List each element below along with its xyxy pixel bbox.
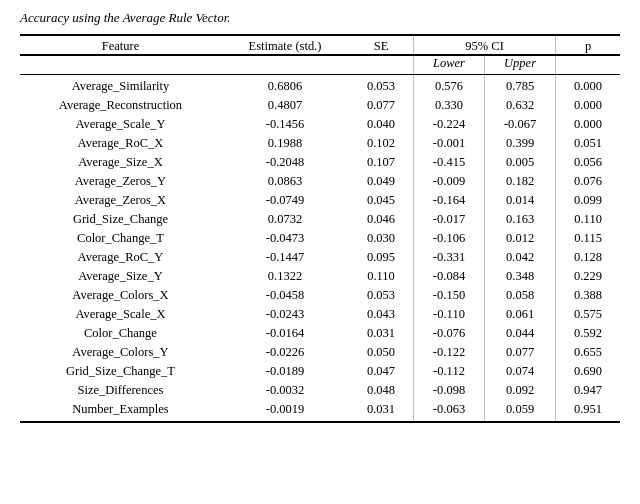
cell-upper: 0.074 [485, 362, 556, 381]
col-subheader-se-blank [349, 55, 413, 75]
cell-upper: 0.005 [485, 153, 556, 172]
cell-se: 0.048 [349, 381, 413, 400]
table-row: Grid_Size_Change0.07320.046-0.0170.1630.… [20, 210, 620, 229]
cell-se: 0.077 [349, 96, 413, 115]
cell-p: 0.592 [556, 324, 620, 343]
cell-lower: -0.331 [413, 248, 484, 267]
cell-feature: Average_RoC_Y [20, 248, 221, 267]
cell-upper: 0.182 [485, 172, 556, 191]
cell-se: 0.047 [349, 362, 413, 381]
table-row: Average_RoC_X0.19880.102-0.0010.3990.051 [20, 134, 620, 153]
cell-estimate: -0.0032 [221, 381, 349, 400]
cell-upper: 0.014 [485, 191, 556, 210]
cell-se: 0.102 [349, 134, 413, 153]
cell-feature: Average_Colors_X [20, 286, 221, 305]
cell-feature: Average_Similarity [20, 75, 221, 97]
cell-estimate: -0.1456 [221, 115, 349, 134]
cell-upper: 0.092 [485, 381, 556, 400]
cell-upper: 0.044 [485, 324, 556, 343]
cell-estimate: 0.4807 [221, 96, 349, 115]
cell-p: 0.388 [556, 286, 620, 305]
table-row: Color_Change_T-0.04730.030-0.1060.0120.1… [20, 229, 620, 248]
col-subheader-feature-blank [20, 55, 221, 75]
cell-p: 0.056 [556, 153, 620, 172]
table-row: Grid_Size_Change_T-0.01890.047-0.1120.07… [20, 362, 620, 381]
cell-lower: 0.330 [413, 96, 484, 115]
cell-p: 0.951 [556, 400, 620, 422]
cell-estimate: -0.0749 [221, 191, 349, 210]
table-row: Average_Scale_X-0.02430.043-0.1100.0610.… [20, 305, 620, 324]
cell-p: 0.051 [556, 134, 620, 153]
cell-estimate: 0.1988 [221, 134, 349, 153]
cell-p: 0.115 [556, 229, 620, 248]
cell-p: 0.099 [556, 191, 620, 210]
cell-feature: Average_RoC_X [20, 134, 221, 153]
cell-lower: -0.009 [413, 172, 484, 191]
cell-upper: 0.059 [485, 400, 556, 422]
cell-feature: Number_Examples [20, 400, 221, 422]
cell-lower: -0.150 [413, 286, 484, 305]
table-row: Average_Colors_X-0.04580.053-0.1500.0580… [20, 286, 620, 305]
cell-estimate: -0.1447 [221, 248, 349, 267]
cell-lower: -0.001 [413, 134, 484, 153]
col-header-se: SE [349, 35, 413, 55]
cell-estimate: 0.0732 [221, 210, 349, 229]
cell-feature: Grid_Size_Change [20, 210, 221, 229]
cell-lower: -0.106 [413, 229, 484, 248]
table-row: Color_Change-0.01640.031-0.0760.0440.592 [20, 324, 620, 343]
table-row: Average_Zeros_X-0.07490.045-0.1640.0140.… [20, 191, 620, 210]
cell-p: 0.655 [556, 343, 620, 362]
cell-se: 0.045 [349, 191, 413, 210]
col-header-p: p [556, 35, 620, 55]
cell-feature: Color_Change [20, 324, 221, 343]
cell-p: 0.000 [556, 96, 620, 115]
cell-estimate: 0.1322 [221, 267, 349, 286]
cell-estimate: -0.0243 [221, 305, 349, 324]
cell-p: 0.128 [556, 248, 620, 267]
page-title: Accuracy using the Average Rule Vector. [20, 10, 620, 26]
table-row: Average_Reconstruction0.48070.0770.3300.… [20, 96, 620, 115]
cell-se: 0.110 [349, 267, 413, 286]
table-row: Average_Size_X-0.20480.107-0.4150.0050.0… [20, 153, 620, 172]
cell-estimate: 0.6806 [221, 75, 349, 97]
cell-feature: Average_Size_X [20, 153, 221, 172]
col-subheader-lower: Lower [413, 55, 484, 75]
cell-upper: 0.061 [485, 305, 556, 324]
cell-estimate: -0.0473 [221, 229, 349, 248]
table-row: Number_Examples-0.00190.031-0.0630.0590.… [20, 400, 620, 422]
col-header-ci: 95% CI [413, 35, 555, 55]
cell-feature: Average_Scale_Y [20, 115, 221, 134]
col-subheader-estimate-blank [221, 55, 349, 75]
table-row: Size_Differences-0.00320.048-0.0980.0920… [20, 381, 620, 400]
cell-se: 0.050 [349, 343, 413, 362]
cell-lower: -0.063 [413, 400, 484, 422]
cell-feature: Average_Zeros_Y [20, 172, 221, 191]
col-header-feature: Feature [20, 35, 221, 55]
cell-estimate: -0.0189 [221, 362, 349, 381]
col-subheader-upper: Upper [485, 55, 556, 75]
cell-lower: -0.164 [413, 191, 484, 210]
cell-feature: Grid_Size_Change_T [20, 362, 221, 381]
table-row: Average_RoC_Y-0.14470.095-0.3310.0420.12… [20, 248, 620, 267]
cell-se: 0.049 [349, 172, 413, 191]
cell-upper: 0.163 [485, 210, 556, 229]
cell-se: 0.043 [349, 305, 413, 324]
cell-feature: Average_Zeros_X [20, 191, 221, 210]
cell-lower: -0.110 [413, 305, 484, 324]
cell-upper: 0.077 [485, 343, 556, 362]
cell-feature: Average_Scale_X [20, 305, 221, 324]
cell-upper: 0.785 [485, 75, 556, 97]
cell-upper: 0.042 [485, 248, 556, 267]
cell-p: 0.000 [556, 75, 620, 97]
cell-se: 0.031 [349, 400, 413, 422]
cell-p: 0.076 [556, 172, 620, 191]
cell-upper: 0.058 [485, 286, 556, 305]
cell-p: 0.110 [556, 210, 620, 229]
cell-se: 0.040 [349, 115, 413, 134]
cell-feature: Average_Colors_Y [20, 343, 221, 362]
table-row: Average_Colors_Y-0.02260.050-0.1220.0770… [20, 343, 620, 362]
cell-lower: -0.076 [413, 324, 484, 343]
cell-p: 0.947 [556, 381, 620, 400]
cell-se: 0.053 [349, 75, 413, 97]
cell-estimate: -0.0164 [221, 324, 349, 343]
